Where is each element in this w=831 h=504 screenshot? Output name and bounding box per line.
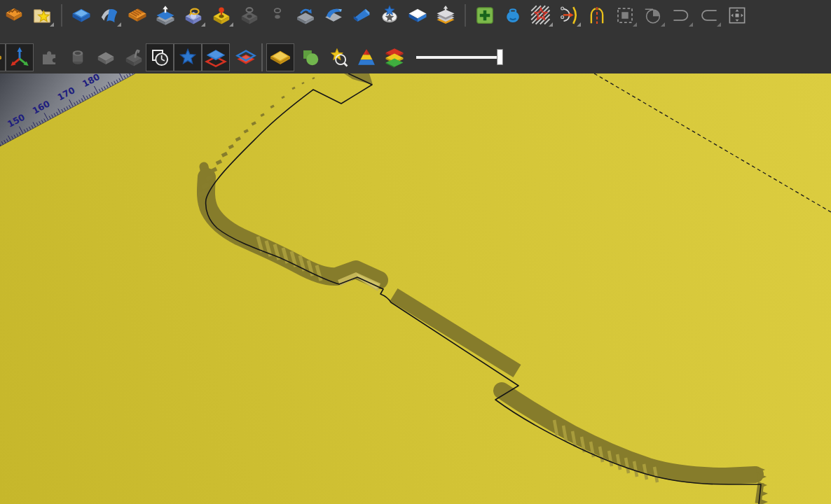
show-outline-button[interactable] (234, 46, 258, 69)
parallel-toolpath-button[interactable] (125, 4, 149, 27)
show-material-button[interactable] (266, 43, 294, 71)
dropdown-arrow-icon (229, 22, 233, 27)
viewport-3d[interactable]: 150160170180190 (0, 74, 831, 504)
main-toolbar (0, 0, 831, 31)
part-contour-line (206, 74, 761, 504)
flip-slab-icon (295, 5, 316, 26)
zoom-to-feature-button[interactable] (327, 46, 350, 69)
two-sided-surface-button[interactable] (97, 4, 121, 27)
engraving-tool-button (122, 46, 146, 69)
slider-track (416, 56, 503, 59)
slot-open-right-button (697, 4, 721, 27)
rough-stock-button[interactable] (2, 4, 26, 27)
wedge-blue-icon (351, 5, 372, 26)
plugin-button (38, 46, 62, 69)
dropdown-arrow-icon (577, 22, 581, 27)
diamond-blue-icon (71, 5, 92, 26)
puzzle-icon (39, 47, 60, 68)
show-layers-button[interactable] (202, 43, 230, 71)
selection-box-button (613, 4, 637, 27)
simulation-scene: 150160170180190 (0, 74, 831, 504)
dropdown-arrow-icon (717, 22, 721, 27)
dot-ring-icon (267, 5, 288, 26)
show-geometry-button[interactable] (174, 43, 202, 71)
add-item-button[interactable] (473, 4, 497, 27)
dropdown-arrow-icon (549, 22, 553, 27)
arc-segment-button (641, 4, 665, 27)
export-layers-button[interactable] (434, 4, 458, 27)
dropdown-arrow-icon (50, 22, 54, 27)
ring-gray-icon (239, 5, 260, 26)
dropdown-arrow-icon (201, 22, 205, 27)
toolbar-separator (465, 4, 466, 27)
mirror-half-button[interactable] (585, 4, 609, 27)
dropdown-arrow-icon (117, 22, 121, 27)
raise-layer-button[interactable] (153, 4, 177, 27)
coin-star-icon (379, 5, 400, 26)
fold-sheet-icon (323, 5, 344, 26)
finish-surface-button[interactable] (406, 4, 430, 27)
select-region-button[interactable] (529, 4, 553, 27)
toolbar-separator (61, 4, 62, 27)
toolbar-separator (261, 43, 263, 71)
simulation-time-button[interactable] (146, 43, 174, 71)
arch-split-icon (586, 5, 607, 26)
stripes-orange-icon (127, 5, 148, 26)
ring-operation-button (238, 4, 261, 27)
rock-icon (4, 5, 25, 26)
smooth-surface-button[interactable] (69, 4, 93, 27)
app-window: 150160170180190 (0, 0, 831, 504)
slab-gray-icon (95, 47, 116, 68)
view-axes-button[interactable] (6, 43, 34, 71)
cylinder-icon (67, 47, 88, 68)
star-zoom-icon (328, 47, 349, 68)
diamond-outline2-icon (235, 47, 256, 68)
drill-operation-button[interactable] (210, 4, 233, 27)
dropdown-arrow-icon (689, 22, 693, 27)
machined-groove (199, 74, 768, 504)
show-height-colors-button[interactable] (355, 46, 378, 69)
transform-move-button (725, 4, 749, 27)
gold-diamond-icon (269, 46, 291, 69)
dropdown-arrow-icon (633, 22, 637, 27)
gold-diamond-icon (0, 46, 3, 69)
show-regions-button[interactable] (298, 46, 322, 69)
ramp-surface-button[interactable] (350, 4, 373, 27)
layers3-icon (384, 47, 405, 68)
stack-arrow-icon (155, 5, 176, 26)
simulation-progress-slider[interactable] (416, 43, 503, 71)
stock-cylinder-button (66, 46, 90, 69)
flip-model-button[interactable] (294, 4, 317, 27)
material-view-clipped-button[interactable] (0, 43, 6, 71)
stock-block-button (94, 46, 118, 69)
solid-model-button[interactable] (501, 4, 525, 27)
dropdown-arrow-icon (661, 22, 665, 27)
unfold-sheet-button[interactable] (322, 4, 345, 27)
probe-points-button (266, 4, 289, 27)
engrave-tool-icon (123, 47, 144, 68)
slider-handle[interactable] (497, 49, 503, 65)
vase-blue-icon (502, 5, 523, 26)
curve-tools-button[interactable] (557, 4, 581, 27)
move-box-icon (727, 5, 748, 26)
view-toolbar (0, 31, 831, 74)
pyramid-icon (356, 47, 377, 68)
lasso-region-button[interactable] (181, 4, 205, 27)
green-shapes-icon (300, 47, 321, 68)
stack3-arrow-icon (435, 5, 456, 26)
star-blue-icon (177, 46, 199, 69)
diamond-bw-icon (407, 5, 428, 26)
clock-square-icon (149, 46, 171, 69)
layers2-icon (205, 46, 227, 69)
show-color-layers-button[interactable] (383, 46, 406, 69)
axis-icon (8, 46, 31, 69)
slot-open-left-button (669, 4, 693, 27)
open-favorites-button[interactable] (30, 4, 54, 27)
plus-green-icon (474, 5, 495, 26)
rotary-operation-button[interactable] (378, 4, 401, 27)
stock-boundary-dashed-line (594, 74, 831, 212)
